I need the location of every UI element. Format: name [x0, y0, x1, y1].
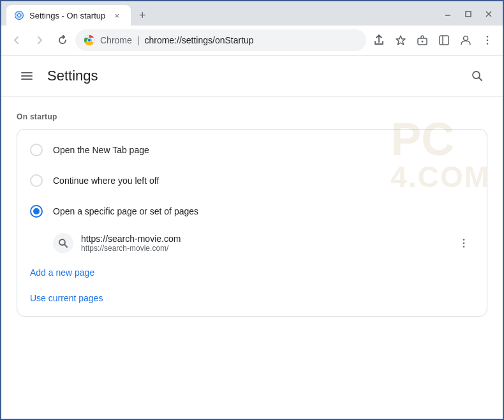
- svg-point-17: [487, 40, 489, 41]
- radio-new-tab[interactable]: [30, 144, 43, 156]
- svg-marker-10: [396, 36, 405, 45]
- title-bar: Settings - On startup × +: [1, 1, 503, 26]
- address-brand: Chrome: [100, 35, 132, 45]
- svg-point-12: [422, 41, 424, 43]
- radio-inner-dot: [33, 208, 40, 214]
- option-new-tab-label: Open the New Tab page: [53, 145, 149, 155]
- svg-point-9: [88, 39, 91, 41]
- reload-button[interactable]: [52, 30, 73, 50]
- settings-header: Settings: [1, 56, 503, 97]
- new-tab-button[interactable]: +: [133, 6, 151, 24]
- active-tab[interactable]: Settings - On startup ×: [6, 5, 131, 26]
- svg-point-16: [487, 36, 489, 38]
- forward-button[interactable]: [29, 30, 50, 50]
- bookmark-button[interactable]: [390, 30, 411, 50]
- browser-window: Settings - On startup × +: [0, 0, 504, 420]
- settings-page: Settings PC 4.COM On startup Open the Ne…: [1, 56, 503, 419]
- extensions-button[interactable]: [412, 30, 433, 50]
- svg-line-25: [64, 244, 67, 247]
- svg-point-26: [463, 239, 465, 241]
- url-primary: https://search-movie.com: [81, 234, 446, 244]
- address-url: chrome://settings/onStartup: [144, 35, 358, 45]
- close-button[interactable]: [480, 7, 498, 21]
- sidebar-button[interactable]: [434, 30, 454, 50]
- option-continue-label: Continue where you left off: [53, 176, 159, 186]
- section-label: On startup: [17, 112, 487, 121]
- toolbar-actions: [369, 30, 498, 50]
- settings-header-left: Settings: [17, 66, 98, 86]
- maximize-button[interactable]: [459, 7, 477, 21]
- add-new-page-link[interactable]: Add a new page: [17, 260, 487, 285]
- url-info: https://search-movie.com https://search-…: [81, 234, 446, 253]
- svg-point-27: [463, 243, 465, 244]
- svg-point-28: [463, 246, 465, 248]
- toolbar: Chrome | chrome://settings/onStartup: [1, 26, 503, 56]
- tab-favicon-icon: [14, 10, 24, 20]
- share-button[interactable]: [369, 30, 389, 50]
- option-new-tab[interactable]: Open the New Tab page: [17, 135, 487, 165]
- profile-button[interactable]: [456, 30, 476, 50]
- url-search-icon: [53, 233, 73, 253]
- svg-point-1: [18, 14, 20, 17]
- radio-specific-pages[interactable]: [30, 205, 43, 218]
- svg-rect-13: [440, 36, 448, 45]
- option-specific-pages[interactable]: Open a specific page or set of pages: [17, 196, 487, 227]
- back-button[interactable]: [6, 30, 27, 50]
- use-current-pages-link[interactable]: Use current pages: [17, 285, 487, 311]
- address-separator: |: [137, 35, 140, 45]
- window-controls: [439, 7, 498, 21]
- url-secondary: https://search-movie.com/: [81, 244, 446, 253]
- tab-close-button[interactable]: ×: [110, 9, 123, 22]
- settings-title: Settings: [47, 68, 98, 84]
- option-specific-pages-label: Open a specific page or set of pages: [53, 206, 198, 216]
- svg-line-23: [479, 78, 482, 81]
- address-bar[interactable]: Chrome | chrome://settings/onStartup: [75, 29, 366, 51]
- svg-point-15: [464, 36, 468, 41]
- settings-content: PC 4.COM On startup Open the New Tab pag…: [1, 97, 503, 332]
- menu-button[interactable]: [17, 66, 37, 86]
- svg-rect-3: [466, 11, 471, 17]
- address-bar-logo-icon: [84, 34, 95, 46]
- url-entry: https://search-movie.com https://search-…: [17, 227, 487, 260]
- option-continue[interactable]: Continue where you left off: [17, 165, 487, 196]
- tab-title: Settings - On startup: [29, 11, 105, 20]
- startup-options-card: Open the New Tab page Continue where you…: [17, 129, 487, 317]
- search-settings-button[interactable]: [467, 66, 487, 86]
- minimize-button[interactable]: [439, 7, 457, 21]
- svg-point-18: [487, 43, 489, 45]
- tab-area: Settings - On startup × +: [6, 5, 439, 26]
- more-menu-button[interactable]: [477, 30, 498, 50]
- radio-continue[interactable]: [30, 174, 43, 187]
- url-more-button[interactable]: [454, 233, 474, 253]
